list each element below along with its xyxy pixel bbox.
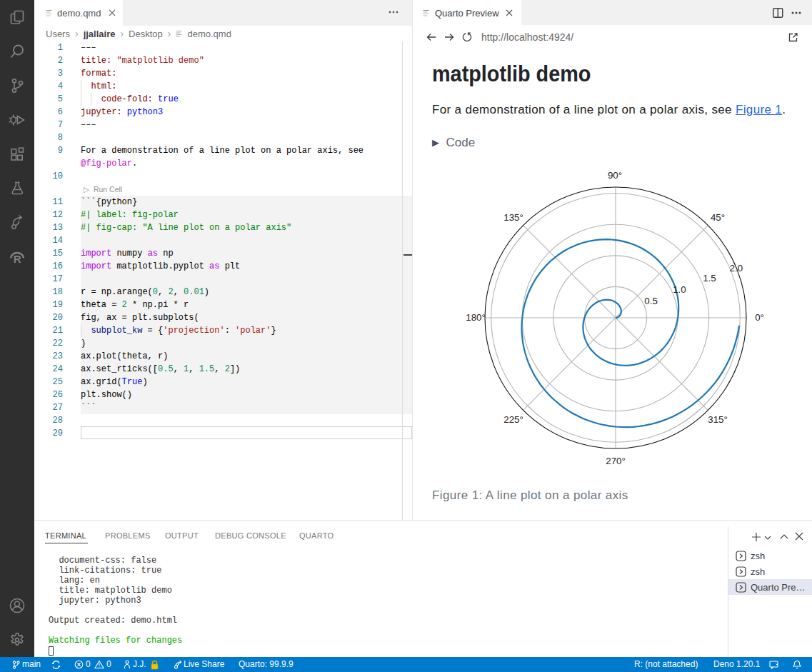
svg-text:225°: 225° [503,414,523,425]
svg-text:315°: 315° [708,414,728,425]
svg-text:1.0: 1.0 [673,284,686,295]
svg-text:0°: 0° [755,312,764,323]
svg-text:R: R [14,253,21,265]
svg-text:0.5: 0.5 [644,296,658,306]
svg-text:180°: 180° [466,312,486,323]
svg-text:2.0: 2.0 [730,263,743,274]
svg-text:1.5: 1.5 [703,273,716,284]
svg-text:90°: 90° [608,170,622,181]
svg-text:45°: 45° [711,212,725,223]
svg-text:270°: 270° [606,456,626,466]
svg-text:135°: 135° [503,212,523,223]
